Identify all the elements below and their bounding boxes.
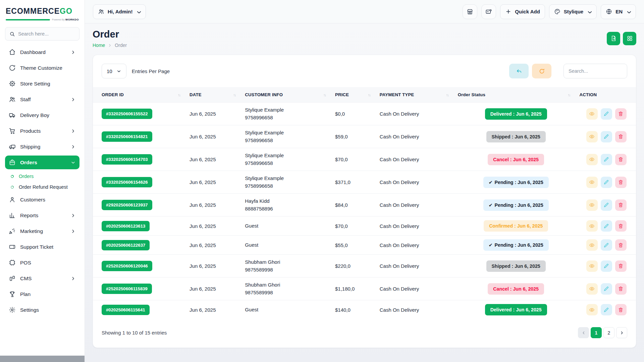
language-selector-button[interactable]: EN: [601, 4, 636, 19]
pagination-prev-button[interactable]: [578, 327, 589, 338]
sidebar-item-orders[interactable]: Orders: [5, 156, 79, 169]
edit-button[interactable]: [601, 199, 612, 211]
column-header-order-id[interactable]: ORDER ID↑↓: [93, 87, 187, 103]
undo-button[interactable]: [509, 64, 529, 78]
order-id-badge[interactable]: #2920250606123937: [102, 200, 152, 210]
sidebar-item-theme-customize[interactable]: Theme Customize: [5, 61, 79, 75]
sort-icon[interactable]: ↑↓: [323, 93, 326, 97]
sidebar-search-input[interactable]: [18, 31, 75, 37]
delete-button[interactable]: [615, 239, 627, 251]
sort-icon[interactable]: ↑↓: [446, 93, 448, 97]
sort-icon[interactable]: ↑↓: [233, 93, 235, 97]
sidebar-item-marketing[interactable]: Marketing: [5, 224, 79, 238]
order-id-badge[interactable]: #3320250606154821: [102, 131, 152, 142]
view-button[interactable]: [586, 283, 598, 295]
view-button[interactable]: [586, 177, 598, 188]
status-badge[interactable]: Cancel : Jun 6, 2025: [488, 154, 544, 165]
order-id-badge[interactable]: #020250606122637: [102, 240, 150, 250]
delete-button[interactable]: [615, 199, 627, 211]
order-id-badge[interactable]: #2520250606115839: [102, 284, 152, 294]
column-header-customer-info[interactable]: CUSTOMER INFO↑↓: [242, 87, 332, 103]
sidebar-item-products[interactable]: Products: [5, 124, 79, 138]
status-badge[interactable]: Shipped : Jun 6, 2025: [486, 260, 546, 272]
delete-button[interactable]: [615, 260, 627, 272]
edit-button[interactable]: [601, 239, 612, 251]
view-button[interactable]: [586, 260, 598, 272]
edit-button[interactable]: [601, 154, 612, 165]
sort-icon[interactable]: ↑↓: [568, 93, 570, 97]
sidebar-subitem-orders[interactable]: Orders: [5, 171, 79, 181]
storefront-button[interactable]: [463, 4, 477, 19]
sidebar-subitem-order-refund-request[interactable]: Order Refund Request: [5, 182, 79, 192]
sidebar-item-customers[interactable]: Customers: [5, 193, 79, 206]
view-button[interactable]: [586, 199, 598, 211]
sidebar-item-store-setting[interactable]: Store Setting: [5, 77, 79, 90]
edit-button[interactable]: [601, 108, 612, 120]
delete-button[interactable]: [615, 220, 627, 232]
delete-button[interactable]: [615, 177, 627, 188]
delete-button[interactable]: [615, 304, 627, 315]
order-id-badge[interactable]: #020250606123613: [102, 221, 150, 231]
view-button[interactable]: [586, 239, 598, 251]
mail-button[interactable]: [481, 4, 496, 19]
refresh-button[interactable]: [532, 64, 551, 78]
sidebar-item-shipping[interactable]: Shipping: [5, 140, 79, 154]
order-id-badge[interactable]: #3320250606155522: [102, 109, 152, 119]
sidebar-item-support-ticket[interactable]: Support Ticket: [5, 240, 79, 254]
user-menu-button[interactable]: Hi, Admin!: [93, 4, 146, 19]
status-badge[interactable]: Delivered : Jun 6, 2025: [485, 304, 547, 315]
order-id-badge[interactable]: #3320250606154703: [102, 154, 152, 165]
status-badge[interactable]: ✔Pending : Jun 6, 2025: [483, 199, 549, 211]
sidebar-item-dashboard[interactable]: Dashboard: [5, 45, 79, 59]
order-id-badge[interactable]: #020250606115641: [102, 305, 150, 315]
sort-icon[interactable]: ↑↓: [178, 93, 180, 97]
theme-selector-button[interactable]: Stylique: [549, 4, 597, 19]
grid-button[interactable]: [623, 32, 636, 45]
column-header-date[interactable]: DATE↑↓: [187, 87, 242, 103]
status-badge[interactable]: ✔Pending : Jun 6, 2025: [483, 239, 549, 251]
sidebar-item-staff[interactable]: Staff: [5, 93, 79, 106]
view-button[interactable]: [586, 154, 598, 165]
sidebar-item-settings[interactable]: Settings: [5, 303, 79, 317]
sidebar-item-reports[interactable]: Reports: [5, 208, 79, 222]
entries-per-page-select[interactable]: 10: [102, 64, 126, 78]
status-badge[interactable]: Cancel : Jun 6, 2025: [488, 283, 544, 295]
edit-button[interactable]: [601, 220, 612, 232]
view-button[interactable]: [586, 131, 598, 142]
status-badge[interactable]: Confirmed : Jun 6, 2025: [484, 220, 548, 232]
status-badge[interactable]: Delivered : Jun 6, 2025: [485, 108, 547, 120]
view-button[interactable]: [586, 108, 598, 120]
sidebar-item-delivery-boy[interactable]: Delivery Boy: [5, 108, 79, 122]
sidebar-horizontal-scrollbar[interactable]: [0, 356, 85, 362]
sidebar-item-pos[interactable]: POS: [5, 256, 79, 269]
pagination-page-1[interactable]: 1: [591, 327, 602, 338]
view-button[interactable]: [586, 220, 598, 232]
breadcrumb-home-link[interactable]: Home: [93, 43, 105, 48]
delete-button[interactable]: [615, 108, 627, 120]
status-badge[interactable]: Shipped : Jun 6, 2025: [486, 131, 546, 142]
column-header-payment-type[interactable]: PAYMENT TYPE↑↓: [377, 87, 455, 103]
table-search-input[interactable]: [564, 64, 627, 78]
sort-icon[interactable]: ↑↓: [368, 93, 370, 97]
sidebar-item-plan[interactable]: Plan: [5, 287, 79, 301]
order-id-badge[interactable]: #2520250606120046: [102, 261, 152, 271]
status-badge[interactable]: ✔Pending : Jun 6, 2025: [483, 177, 549, 188]
view-button[interactable]: [586, 304, 598, 315]
brand-logo[interactable]: ECOMMERCEGO Powered By WORKDO: [5, 5, 79, 21]
edit-button[interactable]: [601, 283, 612, 295]
order-id-badge[interactable]: #3320250606154626: [102, 177, 152, 187]
column-header-price[interactable]: PRICE↑↓: [332, 87, 377, 103]
file-export-button[interactable]: [607, 32, 620, 45]
pagination-next-button[interactable]: [616, 327, 627, 338]
delete-button[interactable]: [615, 131, 627, 142]
delete-button[interactable]: [615, 283, 627, 295]
quick-add-button[interactable]: Quick Add: [500, 4, 545, 19]
pagination-page-2[interactable]: 2: [603, 327, 614, 338]
edit-button[interactable]: [601, 177, 612, 188]
edit-button[interactable]: [601, 131, 612, 142]
edit-button[interactable]: [601, 304, 612, 315]
column-header-order-status[interactable]: Order Status↑↓: [455, 87, 577, 103]
sidebar-item-cms[interactable]: CMS: [5, 272, 79, 285]
delete-button[interactable]: [615, 154, 627, 165]
edit-button[interactable]: [601, 260, 612, 272]
